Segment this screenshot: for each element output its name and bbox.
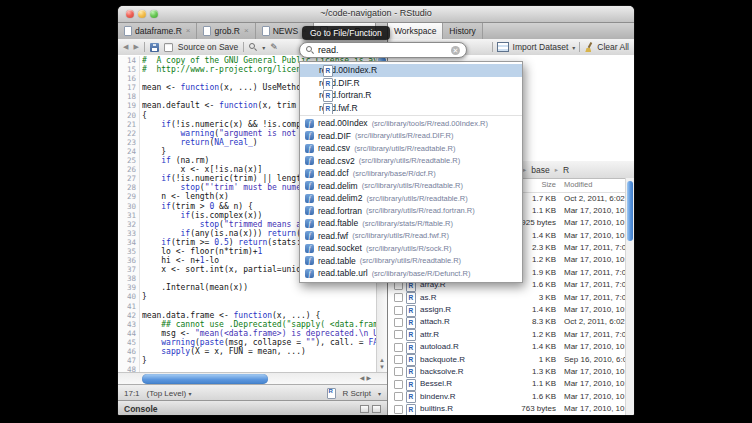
checkbox[interactable] <box>394 306 403 315</box>
file-row[interactable]: Rbuiltins.R763 bytesMar 17, 2010, 10:41 … <box>388 403 634 415</box>
result-path: (src/library/utils/R/read.fortran.R) <box>366 206 475 215</box>
zoom-button[interactable] <box>150 10 158 18</box>
function-icon: f <box>305 269 314 278</box>
goto-result-function[interactable]: fread.socket(src/library/utils/R/sock.R) <box>300 242 522 255</box>
table-icon <box>497 42 509 52</box>
breadcrumb-segment[interactable]: base <box>530 165 550 175</box>
file-row[interactable]: RBessel.R1.1 KBMar 17, 2010, 10:41 AM <box>388 378 634 390</box>
file-row[interactable]: Rbacksolve.R1.3 KBMar 17, 2010, 10:41 AM <box>388 365 634 377</box>
divider <box>492 42 493 52</box>
checkbox[interactable] <box>394 318 403 327</box>
checkbox[interactable] <box>394 367 403 376</box>
divider <box>243 42 244 52</box>
console-header[interactable]: Console <box>118 400 387 415</box>
file-modified: Mar 17, 2010, 10:41 AM <box>564 255 634 264</box>
goto-result-function[interactable]: fread.delim(src/library/utils/R/readtabl… <box>300 180 522 193</box>
editor-tab-dataframe.R[interactable]: dataframe.R× <box>118 23 197 39</box>
search-value[interactable]: read. <box>318 45 447 55</box>
goto-result-function[interactable]: fread.ftable(src/library/stats/R/ftable.… <box>300 217 522 230</box>
goto-result-function[interactable]: fread.csv2(src/library/utils/R/readtable… <box>300 155 522 168</box>
file-name[interactable]: Bessel.R <box>420 379 452 388</box>
checkbox[interactable] <box>394 355 403 364</box>
goto-result-file[interactable]: Rread.fwf.R <box>300 102 522 115</box>
tab-history[interactable]: History <box>443 23 482 39</box>
forward-icon[interactable]: ▶ <box>133 42 138 52</box>
goto-result-function[interactable]: fread.DIF(src/library/utils/R/read.DIF.R… <box>300 130 522 143</box>
save-icon[interactable] <box>150 43 159 52</box>
file-name[interactable]: as.R <box>420 293 436 302</box>
find-icon[interactable] <box>249 43 257 51</box>
edit-icon[interactable]: ✎ <box>270 43 278 52</box>
divider <box>579 42 580 52</box>
result-name: read.fortran <box>318 206 362 216</box>
file-name[interactable]: attr.R <box>420 330 439 339</box>
goto-file-function-tooltip: Go to File/Function <box>302 26 390 40</box>
file-size: 1.3 KB <box>510 367 556 376</box>
file-row[interactable]: Rattr.R1.2 KBMar 17, 2011, 7:02 PM <box>388 328 634 340</box>
checkbox[interactable] <box>394 293 403 302</box>
checkbox[interactable] <box>394 343 403 352</box>
goto-result-file[interactable]: Rread.DIF.R <box>300 77 522 90</box>
tab-workspace[interactable]: Workspace <box>388 23 443 39</box>
clear-all-button[interactable]: Clear All <box>597 42 629 52</box>
scrollbar-arrows[interactable]: ▲▼ <box>377 357 387 371</box>
file-row[interactable]: Rassign.R1.4 KBMar 17, 2010, 10:41 AM <box>388 304 634 316</box>
goto-result-function[interactable]: fread.fortran(src/library/utils/R/read.f… <box>300 205 522 218</box>
minimize-button[interactable] <box>138 10 146 18</box>
file-row[interactable]: Ras.R3 KBMar 17, 2011, 7:02 PM <box>388 291 634 303</box>
line-number: 15 <box>118 65 139 74</box>
clear-search-icon[interactable]: ✕ <box>451 46 460 55</box>
goto-result-function[interactable]: fread.00Index(src/library/tools/R/read.0… <box>300 117 522 130</box>
result-name: read.table <box>318 256 356 266</box>
file-row[interactable]: Rbackquote.R1 KBSep 16, 2010, 6:02 PM <box>388 353 634 365</box>
file-modified: Mar 17, 2011, 7:02 PM <box>564 243 634 252</box>
goto-result-function[interactable]: fread.dcf(src/library/base/R/dcf.R) <box>300 167 522 180</box>
close-button[interactable] <box>126 10 134 18</box>
breadcrumb-segment[interactable]: R <box>562 165 570 175</box>
import-dataset-button[interactable]: Import Dataset <box>513 42 569 52</box>
back-icon[interactable]: ◀ <box>123 42 128 52</box>
file-name[interactable]: builtins.R <box>420 404 453 413</box>
tab-label: grob.R <box>214 26 240 36</box>
checkbox[interactable] <box>394 405 403 414</box>
editor-tab-grob.R[interactable]: grob.R× <box>197 23 255 39</box>
maximize-pane-icon[interactable] <box>372 405 381 413</box>
result-name: read.table.url <box>318 268 368 278</box>
chevron-down-icon[interactable]: ▾ <box>572 44 575 51</box>
goto-result-function[interactable]: fread.table.url(src/library/base/R/Defun… <box>300 267 522 280</box>
close-tab-icon[interactable]: × <box>186 27 191 35</box>
goto-search-input[interactable]: read. ✕ <box>299 42 467 58</box>
goto-result-function[interactable]: fread.csv(src/library/utils/R/readtable.… <box>300 142 522 155</box>
file-row[interactable]: Rattach.R8.3 KBOct 2, 2011, 6:02 PM <box>388 316 634 328</box>
goto-result-function[interactable]: fread.delim2(src/library/utils/R/readtab… <box>300 192 522 205</box>
goto-result-file[interactable]: Rread.00Index.R <box>300 64 522 77</box>
goto-result-function[interactable]: fread.fwf(src/library/utils/R/read.fwf.R… <box>300 230 522 243</box>
file-name[interactable]: attach.R <box>420 317 450 326</box>
scrollbar-thumb[interactable] <box>142 374 268 384</box>
close-tab-icon[interactable]: × <box>244 27 249 35</box>
file-name[interactable]: bindenv.R <box>420 392 455 401</box>
files-vertical-scrollbar[interactable] <box>625 178 634 415</box>
chevron-down-icon[interactable]: ▾ <box>378 390 381 397</box>
file-name[interactable]: backsolve.R <box>420 367 464 376</box>
file-name[interactable]: assign.R <box>420 305 451 314</box>
file-row[interactable]: Rbindenv.R1.6 KBMar 17, 2010, 10:41 AM <box>388 390 634 402</box>
file-modified: Mar 17, 2010, 10:41 AM <box>564 218 634 227</box>
modified-column-header[interactable]: Modified <box>564 180 592 189</box>
checkbox[interactable] <box>394 330 403 339</box>
r-file-icon: R <box>406 317 416 329</box>
file-type-label[interactable]: R Script <box>343 389 371 398</box>
checkbox[interactable] <box>394 392 403 401</box>
scope-selector[interactable]: (Top Level) ▾ <box>147 389 192 398</box>
chevron-down-icon[interactable]: ▾ <box>262 44 265 51</box>
source-on-save-checkbox[interactable] <box>164 43 173 52</box>
file-name[interactable]: autoload.R <box>420 342 459 351</box>
checkbox[interactable] <box>394 380 403 389</box>
goto-result-file[interactable]: Rread.fortran.R <box>300 89 522 102</box>
scrollbar-thumb[interactable] <box>627 181 633 241</box>
minimize-pane-icon[interactable] <box>360 405 369 413</box>
goto-result-function[interactable]: fread.table(src/library/utils/R/readtabl… <box>300 255 522 268</box>
file-row[interactable]: Rautoload.R1.4 KBMar 17, 2010, 10:41 AM <box>388 341 634 353</box>
title-bar[interactable]: ~/code-navigation - RStudio <box>118 6 634 23</box>
file-name[interactable]: backquote.R <box>420 355 465 364</box>
